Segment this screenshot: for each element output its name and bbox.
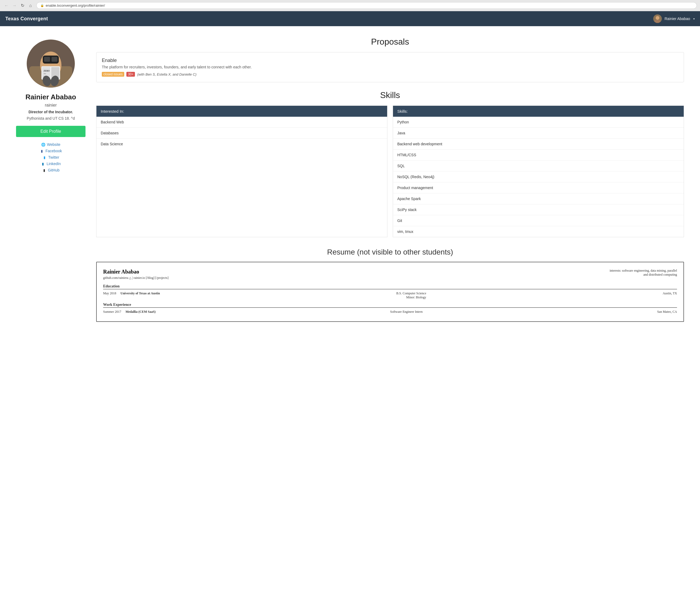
proposals-section: Proposals Enable The platform for recrui… [96, 37, 684, 82]
website-label: Website [47, 142, 61, 146]
skill-3: HTML/CSS [393, 150, 684, 160]
edit-profile-button[interactable]: Edit Profile [16, 126, 85, 137]
twitter-link[interactable]: ▮ Twitter [42, 155, 59, 159]
interested-in-table: Interested In: Backend Web Databases Dat… [96, 105, 388, 237]
skills-header: Skills: [393, 106, 684, 117]
skill-5: NoSQL (Redis, Neo4j) [393, 172, 684, 182]
linkedin-icon: ▮ [41, 162, 45, 166]
work-role: Software Engineer Intern [390, 310, 422, 314]
linkedin-label: LinkedIn [47, 162, 61, 166]
resume-links: github.com/rainiera △ | rainier.io [/blo… [103, 276, 169, 280]
skill-6: Product management [393, 182, 684, 193]
resume-education-entry: May 2018 University of Texas at Austin B… [103, 291, 677, 299]
facebook-icon: ▮ [39, 149, 44, 153]
facebook-link[interactable]: ▮ Facebook [39, 149, 62, 153]
proposal-meta: closed issues 30+ (with Ben S, Estella X… [102, 72, 678, 77]
nav-buttons: ← → ↻ ⌂ [3, 2, 34, 9]
linkedin-link[interactable]: ▮ LinkedIn [41, 162, 61, 166]
work-company: Medallia (CEM SaaS) [125, 310, 156, 314]
svg-rect-7 [44, 57, 50, 62]
svg-text:TO: TO [44, 73, 46, 75]
twitter-icon: ▮ [42, 155, 47, 159]
back-button[interactable]: ← [3, 2, 10, 9]
profile-title: Director of the Incubator. [29, 110, 73, 114]
profile-name: Rainier Ababao [25, 93, 76, 101]
navbar: Texas Convergent Rainier Ababao ▾ [0, 11, 700, 26]
edu-location: Austin, TX [663, 291, 677, 299]
github-label: GitHub [48, 168, 59, 172]
github-link[interactable]: ▮ GitHub [42, 168, 59, 172]
resume-name: Rainier Ababao [103, 269, 169, 275]
social-links: 🌐 Website ▮ Facebook ▮ Twitter ▮ LinkedI… [16, 142, 85, 172]
interest-item-0: Backend Web [97, 117, 387, 128]
facebook-label: Facebook [46, 149, 62, 153]
skill-1: Java [393, 128, 684, 139]
skill-7: Apache Spark [393, 193, 684, 204]
profile-main: Proposals Enable The platform for recrui… [96, 37, 684, 609]
work-date: Summer 2017 [103, 310, 121, 314]
edu-date: May 2018 [103, 291, 116, 299]
badge-count: 30+ [126, 72, 135, 77]
skills-list-table: Skills: Python Java Backend web developm… [393, 105, 684, 237]
resume-work-entry: Summer 2017 Medallia (CEM SaaS) Software… [103, 310, 677, 314]
home-button[interactable]: ⌂ [27, 2, 34, 9]
profile-username: rainier [45, 103, 57, 108]
address-bar[interactable]: 🔒 enable.txconvergent.org/profile/rainie… [36, 2, 697, 9]
brand-name[interactable]: Texas Convergent [5, 16, 48, 22]
avatar [653, 14, 662, 23]
proposal-name: Enable [102, 58, 678, 63]
edu-minor: Minor: Biology [396, 295, 426, 299]
profile-sidebar: ZERO TO ONE Rainier Ababao rainier Direc… [16, 37, 85, 609]
profile-bio: Pythonista and UT CS 18. ^d [27, 116, 75, 120]
interested-in-header: Interested In: [97, 106, 387, 117]
edu-right: B.S. Computer Science Minor: Biology [396, 291, 426, 299]
work-location: San Mateo, CA [657, 310, 677, 314]
skills-title: Skills [96, 90, 684, 100]
browser-chrome: ← → ↻ ⌂ 🔒 enable.txconvergent.org/profil… [0, 0, 700, 11]
skill-10: vim, tmux [393, 226, 684, 237]
proposals-title: Proposals [96, 37, 684, 47]
badge-closed: closed issues [102, 72, 124, 77]
skills-tables: Interested In: Backend Web Databases Dat… [96, 105, 684, 237]
skill-4: SQL [393, 160, 684, 172]
forward-button[interactable]: → [11, 2, 18, 9]
skill-0: Python [393, 117, 684, 128]
resume-interests: interests: software engineering, data mi… [608, 269, 677, 281]
svg-point-1 [656, 16, 660, 20]
globe-icon: 🌐 [41, 142, 46, 146]
profile-avatar: ZERO TO ONE [27, 39, 75, 88]
github-icon: ▮ [42, 168, 46, 172]
dropdown-arrow: ▾ [693, 17, 695, 20]
resume-title: Resume (not visible to other students) [96, 248, 684, 257]
resume-header: Rainier Ababao github.com/rainiera △ | r… [103, 269, 677, 281]
svg-text:ZERO: ZERO [44, 70, 50, 72]
page-content: ZERO TO ONE Rainier Ababao rainier Direc… [0, 26, 700, 609]
website-link[interactable]: 🌐 Website [41, 142, 61, 146]
resume-education-header: Education [103, 284, 677, 289]
edu-degree: B.S. Computer Science [396, 291, 426, 295]
skill-8: SciPy stack [393, 204, 684, 215]
edu-institution: University of Texas at Austin [120, 291, 160, 299]
resume-section: Resume (not visible to other students) R… [96, 248, 684, 322]
url-text: enable.txconvergent.org/profile/rainier/ [46, 3, 105, 7]
user-menu[interactable]: Rainier Ababao ▾ [653, 14, 695, 23]
proposal-collaborators: (with Ben S, Estella X, and Danielle C) [137, 72, 197, 76]
skills-section: Skills Interested In: Backend Web Databa… [96, 90, 684, 237]
proposal-card: Enable The platform for recruiters, inve… [96, 52, 684, 82]
interest-item-1: Databases [97, 128, 387, 139]
svg-rect-8 [52, 57, 57, 62]
navbar-username: Rainier Ababao [664, 17, 690, 21]
skill-9: Git [393, 215, 684, 226]
interest-item-2: Data Science [97, 139, 387, 149]
skill-2: Backend web development [393, 139, 684, 150]
proposal-desc: The platform for recruiters, investors, … [102, 65, 678, 69]
resume-frame: Rainier Ababao github.com/rainiera △ | r… [96, 262, 684, 322]
lock-icon: 🔒 [40, 4, 44, 7]
twitter-label: Twitter [48, 155, 59, 159]
refresh-button[interactable]: ↻ [19, 2, 25, 9]
resume-work-header: Work Experience [103, 302, 677, 308]
